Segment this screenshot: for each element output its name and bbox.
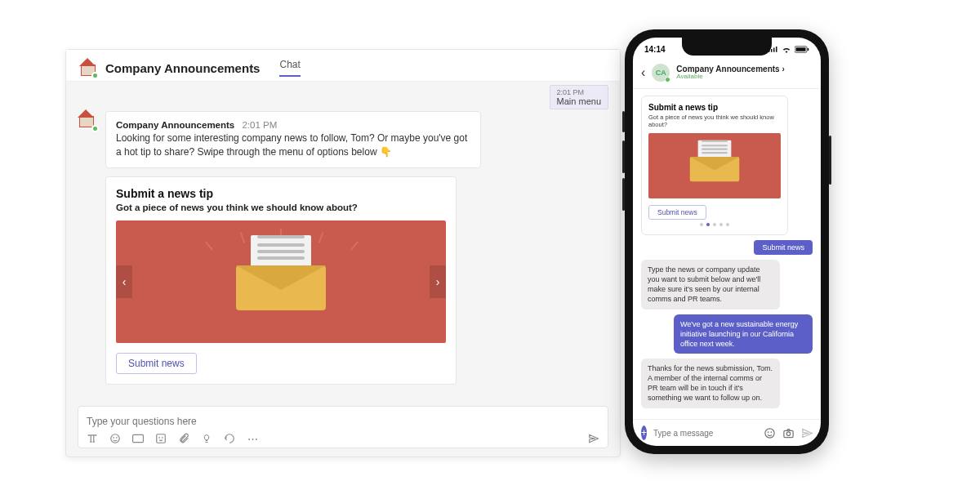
adaptive-card: Submit a news tip Got a piece of news yo… <box>105 176 457 385</box>
mobile-message-area: Submit a news tip Got a piece of news yo… <box>633 89 821 419</box>
svg-rect-12 <box>796 47 806 51</box>
message-text: Looking for some interesting company new… <box>116 131 470 159</box>
message-header: Company Announcements 2:01 PM <box>116 120 470 130</box>
bot-avatar <box>78 58 97 78</box>
message-area: 2:01 PM Main menu Company Announcements … <box>66 82 620 406</box>
chat-title: Company Announcements <box>105 61 260 75</box>
chat-row: Submit news <box>641 240 813 255</box>
submit-news-button[interactable]: Submit news <box>648 205 706 220</box>
user-message: We've got a new sustainable energy initi… <box>674 314 813 354</box>
card-subtitle: Got a piece of news you think we should … <box>648 114 781 128</box>
card-hero-image: ‹ › <box>116 220 446 343</box>
compose-input-mobile[interactable] <box>653 429 757 438</box>
message-composer: ⋯ <box>78 406 608 448</box>
wifi-icon <box>782 46 791 53</box>
loop-icon[interactable] <box>224 433 235 444</box>
phone-mute-switch <box>622 111 625 132</box>
svg-point-5 <box>159 438 160 439</box>
dot[interactable] <box>719 223 723 226</box>
lightbulb-icon[interactable] <box>201 433 212 444</box>
bot-avatar-small <box>78 111 97 131</box>
reply-label: Main menu <box>557 96 601 106</box>
send-icon[interactable] <box>588 433 599 444</box>
send-icon[interactable] <box>801 427 813 439</box>
svg-point-16 <box>771 431 772 432</box>
card-hero-image <box>648 133 781 198</box>
dot[interactable] <box>700 223 703 226</box>
mobile-screen: 14:14 ‹ CA Company Announcements › <box>633 38 821 446</box>
svg-rect-4 <box>157 434 166 443</box>
mobile-phone-mock: 14:14 ‹ CA Company Announcements › <box>625 29 829 454</box>
presence-available-icon <box>665 77 670 82</box>
presence-available-icon <box>91 72 99 79</box>
mobile-composer: + <box>633 419 821 446</box>
sent-time: 2:01 PM <box>242 120 277 130</box>
card-subtitle: Got a piece of news you think we should … <box>116 203 446 212</box>
dot-active[interactable] <box>706 223 710 226</box>
emoji-icon[interactable] <box>109 433 121 444</box>
svg-point-18 <box>786 431 790 434</box>
svg-rect-9 <box>773 48 775 52</box>
compose-input[interactable] <box>87 416 599 427</box>
chat-row: Thanks for the news submission, Tom. A m… <box>641 359 813 408</box>
add-button[interactable]: + <box>641 425 647 440</box>
phone-notch <box>682 38 772 56</box>
svg-point-0 <box>111 434 120 443</box>
back-button[interactable]: ‹ <box>641 65 645 80</box>
camera-icon[interactable] <box>782 427 795 439</box>
tab-chat[interactable]: Chat <box>279 59 300 77</box>
bot-message: Thanks for the news submission, Tom. A m… <box>641 359 780 408</box>
avatar-initials: CA <box>656 69 666 77</box>
carousel-prev-button[interactable]: ‹ <box>116 265 132 298</box>
more-icon[interactable]: ⋯ <box>247 433 258 444</box>
carousel-dots <box>648 223 781 226</box>
dot[interactable] <box>713 223 716 226</box>
chat-row: Type the news or company update you want… <box>641 260 813 310</box>
desktop-teams-window: Company Announcements Chat 2:01 PM Main … <box>65 49 621 457</box>
desktop-header: Company Announcements Chat <box>66 50 620 82</box>
presence-label: Available <box>676 74 784 81</box>
dot[interactable] <box>726 223 729 226</box>
compose-toolbar: ⋯ <box>87 433 599 444</box>
sticker-icon[interactable] <box>155 433 167 444</box>
house-icon <box>78 111 94 127</box>
mobile-chat-header: ‹ CA Company Announcements › Available <box>633 60 821 89</box>
message-bubble: Company Announcements 2:01 PM Looking fo… <box>105 111 481 168</box>
presence-available-icon <box>91 125 99 132</box>
svg-rect-13 <box>808 48 809 51</box>
svg-rect-3 <box>133 434 144 442</box>
chat-row: We've got a new sustainable energy initi… <box>641 314 813 354</box>
phone-power-button <box>829 136 831 185</box>
svg-point-15 <box>768 431 768 432</box>
svg-point-2 <box>116 438 117 439</box>
svg-point-6 <box>162 438 163 439</box>
bot-message: Company Announcements 2:01 PM Looking fo… <box>78 111 608 168</box>
emoji-icon[interactable] <box>764 427 776 439</box>
adaptive-card-mobile: Submit a news tip Got a piece of news yo… <box>641 96 788 235</box>
phone-volume-down <box>622 178 625 211</box>
carousel-next-button[interactable]: › <box>430 265 446 298</box>
phone-volume-up <box>622 140 625 173</box>
bot-avatar-mobile: CA <box>652 64 670 82</box>
format-icon[interactable] <box>87 433 98 444</box>
envelope-icon <box>236 253 326 310</box>
card-title: Submit a news tip <box>648 103 781 112</box>
user-reply-chip[interactable]: 2:01 PM Main menu <box>550 85 608 109</box>
battery-icon <box>795 46 809 53</box>
envelope-icon <box>690 150 740 182</box>
svg-rect-10 <box>776 47 777 52</box>
status-time: 14:14 <box>644 45 666 54</box>
user-quick-reply[interactable]: Submit news <box>754 240 813 255</box>
gif-icon[interactable] <box>132 433 144 444</box>
submit-news-button[interactable]: Submit news <box>116 353 197 374</box>
attachment-icon[interactable] <box>178 433 189 444</box>
bot-message: Type the news or company update you want… <box>641 260 780 310</box>
svg-point-1 <box>114 438 114 439</box>
svg-rect-8 <box>771 49 773 52</box>
sender-name: Company Announcements <box>116 120 234 130</box>
reply-time: 2:01 PM <box>557 88 601 96</box>
svg-point-14 <box>765 428 774 437</box>
card-title: Submit a news tip <box>116 187 446 200</box>
